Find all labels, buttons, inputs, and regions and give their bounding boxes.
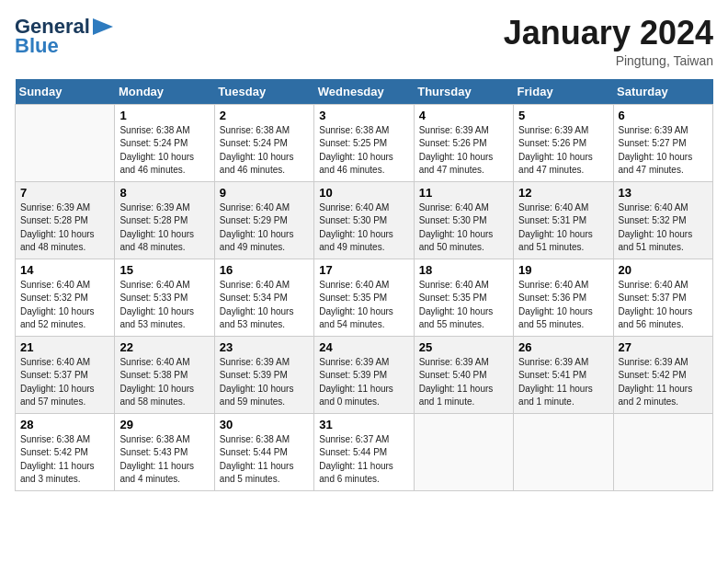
month-title: January 2024	[504, 15, 713, 52]
day-number: 7	[20, 186, 109, 200]
calendar-cell	[514, 413, 613, 490]
page-header: General Blue January 2024 Pingtung, Taiw…	[15, 15, 713, 68]
calendar-cell: 8Sunrise: 6:39 AMSunset: 5:28 PMDaylight…	[115, 181, 214, 259]
day-number: 4	[419, 109, 508, 122]
day-info: Sunrise: 6:40 AMSunset: 5:33 PMDaylight:…	[119, 279, 209, 332]
weekday-header-wednesday: Wednesday	[314, 79, 414, 105]
day-number: 5	[518, 109, 608, 122]
day-info: Sunrise: 6:40 AMSunset: 5:31 PMDaylight:…	[518, 201, 608, 255]
day-number: 28	[20, 418, 109, 431]
calendar-cell: 24Sunrise: 6:39 AMSunset: 5:39 PMDayligh…	[314, 336, 414, 413]
title-block: January 2024 Pingtung, Taiwan	[504, 15, 713, 68]
day-number: 30	[220, 418, 309, 431]
calendar-cell: 6Sunrise: 6:39 AMSunset: 5:27 PMDaylight…	[613, 104, 712, 181]
location: Pingtung, Taiwan	[504, 53, 713, 68]
day-number: 20	[619, 263, 708, 277]
day-number: 10	[319, 186, 408, 200]
svg-marker-0	[93, 18, 113, 35]
weekday-header-monday: Monday	[115, 79, 214, 105]
day-number: 12	[518, 186, 608, 200]
calendar-cell: 9Sunrise: 6:40 AMSunset: 5:29 PMDaylight…	[214, 181, 313, 259]
day-info: Sunrise: 6:39 AMSunset: 5:27 PMDaylight:…	[619, 124, 708, 178]
calendar-cell	[16, 104, 115, 181]
day-info: Sunrise: 6:38 AMSunset: 5:24 PMDaylight:…	[119, 124, 209, 178]
day-number: 26	[518, 340, 608, 354]
day-number: 24	[319, 340, 408, 354]
calendar-cell: 7Sunrise: 6:39 AMSunset: 5:28 PMDaylight…	[16, 181, 115, 259]
week-row-4: 21Sunrise: 6:40 AMSunset: 5:37 PMDayligh…	[16, 336, 713, 413]
day-info: Sunrise: 6:40 AMSunset: 5:37 PMDaylight:…	[619, 279, 708, 332]
week-row-3: 14Sunrise: 6:40 AMSunset: 5:32 PMDayligh…	[16, 259, 713, 336]
day-number: 14	[20, 263, 109, 277]
day-number: 3	[319, 109, 408, 122]
day-number: 31	[319, 418, 408, 431]
calendar-cell: 16Sunrise: 6:40 AMSunset: 5:34 PMDayligh…	[214, 259, 313, 336]
day-number: 25	[419, 340, 508, 354]
day-info: Sunrise: 6:40 AMSunset: 5:37 PMDaylight:…	[20, 356, 109, 409]
day-info: Sunrise: 6:40 AMSunset: 5:29 PMDaylight:…	[220, 201, 309, 255]
calendar-cell: 19Sunrise: 6:40 AMSunset: 5:36 PMDayligh…	[514, 259, 613, 336]
calendar-cell: 18Sunrise: 6:40 AMSunset: 5:35 PMDayligh…	[414, 259, 513, 336]
day-number: 15	[119, 263, 209, 277]
day-info: Sunrise: 6:39 AMSunset: 5:40 PMDaylight:…	[419, 356, 508, 409]
week-row-1: 1Sunrise: 6:38 AMSunset: 5:24 PMDaylight…	[16, 104, 713, 181]
day-info: Sunrise: 6:40 AMSunset: 5:35 PMDaylight:…	[419, 279, 508, 332]
day-number: 22	[119, 340, 209, 354]
day-number: 18	[419, 263, 508, 277]
day-info: Sunrise: 6:40 AMSunset: 5:30 PMDaylight:…	[419, 201, 508, 255]
day-number: 2	[220, 109, 309, 122]
day-info: Sunrise: 6:40 AMSunset: 5:35 PMDaylight:…	[319, 279, 408, 332]
calendar-cell: 1Sunrise: 6:38 AMSunset: 5:24 PMDaylight…	[115, 104, 214, 181]
calendar-cell: 27Sunrise: 6:39 AMSunset: 5:42 PMDayligh…	[613, 336, 712, 413]
day-info: Sunrise: 6:40 AMSunset: 5:30 PMDaylight:…	[319, 201, 408, 255]
day-info: Sunrise: 6:39 AMSunset: 5:39 PMDaylight:…	[220, 356, 309, 409]
weekday-header-sunday: Sunday	[16, 79, 115, 105]
calendar-cell: 17Sunrise: 6:40 AMSunset: 5:35 PMDayligh…	[314, 259, 414, 336]
logo: General Blue	[15, 15, 113, 57]
weekday-header-saturday: Saturday	[613, 79, 712, 105]
day-info: Sunrise: 6:39 AMSunset: 5:28 PMDaylight:…	[20, 201, 109, 255]
day-number: 19	[518, 263, 608, 277]
calendar-cell	[414, 413, 513, 490]
day-info: Sunrise: 6:40 AMSunset: 5:32 PMDaylight:…	[20, 279, 109, 332]
day-number: 13	[619, 186, 708, 200]
logo-blue: Blue	[15, 35, 113, 57]
day-info: Sunrise: 6:38 AMSunset: 5:24 PMDaylight:…	[220, 124, 309, 178]
calendar-cell: 25Sunrise: 6:39 AMSunset: 5:40 PMDayligh…	[414, 336, 513, 413]
day-info: Sunrise: 6:40 AMSunset: 5:32 PMDaylight:…	[619, 201, 708, 255]
calendar-cell: 13Sunrise: 6:40 AMSunset: 5:32 PMDayligh…	[613, 181, 712, 259]
weekday-header-tuesday: Tuesday	[214, 79, 313, 105]
day-number: 23	[220, 340, 309, 354]
calendar-cell: 29Sunrise: 6:38 AMSunset: 5:43 PMDayligh…	[115, 413, 214, 490]
calendar-cell: 10Sunrise: 6:40 AMSunset: 5:30 PMDayligh…	[314, 181, 414, 259]
week-row-2: 7Sunrise: 6:39 AMSunset: 5:28 PMDaylight…	[16, 181, 713, 259]
day-number: 6	[619, 109, 708, 122]
day-number: 16	[220, 263, 309, 277]
calendar-cell: 21Sunrise: 6:40 AMSunset: 5:37 PMDayligh…	[16, 336, 115, 413]
day-info: Sunrise: 6:40 AMSunset: 5:38 PMDaylight:…	[119, 356, 209, 409]
calendar-cell: 26Sunrise: 6:39 AMSunset: 5:41 PMDayligh…	[514, 336, 613, 413]
day-info: Sunrise: 6:38 AMSunset: 5:25 PMDaylight:…	[319, 124, 408, 178]
calendar-cell	[613, 413, 712, 490]
day-number: 1	[119, 109, 209, 122]
calendar-cell: 31Sunrise: 6:37 AMSunset: 5:44 PMDayligh…	[314, 413, 414, 490]
day-number: 8	[119, 186, 209, 200]
day-info: Sunrise: 6:39 AMSunset: 5:26 PMDaylight:…	[419, 124, 508, 178]
logo-arrow-icon	[93, 18, 113, 35]
calendar-table: SundayMondayTuesdayWednesdayThursdayFrid…	[15, 79, 713, 491]
day-number: 21	[20, 340, 109, 354]
day-info: Sunrise: 6:38 AMSunset: 5:44 PMDaylight:…	[220, 433, 309, 487]
calendar-cell: 22Sunrise: 6:40 AMSunset: 5:38 PMDayligh…	[115, 336, 214, 413]
calendar-cell: 20Sunrise: 6:40 AMSunset: 5:37 PMDayligh…	[613, 259, 712, 336]
calendar-cell: 14Sunrise: 6:40 AMSunset: 5:32 PMDayligh…	[16, 259, 115, 336]
week-row-5: 28Sunrise: 6:38 AMSunset: 5:42 PMDayligh…	[16, 413, 713, 490]
weekday-header-row: SundayMondayTuesdayWednesdayThursdayFrid…	[16, 79, 713, 105]
day-number: 29	[119, 418, 209, 431]
calendar-cell: 4Sunrise: 6:39 AMSunset: 5:26 PMDaylight…	[414, 104, 513, 181]
calendar-cell: 5Sunrise: 6:39 AMSunset: 5:26 PMDaylight…	[514, 104, 613, 181]
calendar-cell: 11Sunrise: 6:40 AMSunset: 5:30 PMDayligh…	[414, 181, 513, 259]
day-info: Sunrise: 6:39 AMSunset: 5:41 PMDaylight:…	[518, 356, 608, 409]
day-info: Sunrise: 6:37 AMSunset: 5:44 PMDaylight:…	[319, 433, 408, 487]
calendar-cell: 3Sunrise: 6:38 AMSunset: 5:25 PMDaylight…	[314, 104, 414, 181]
weekday-header-friday: Friday	[514, 79, 613, 105]
